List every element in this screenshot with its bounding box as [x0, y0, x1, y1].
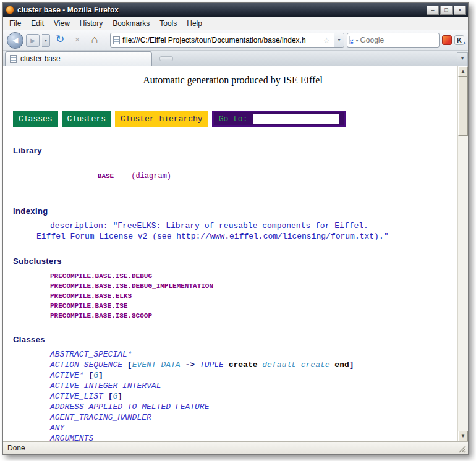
indexing-line-2: Eiffel Forum License v2 (see http://www.… — [36, 231, 457, 242]
class-list-item: AGENT_TRACING_HANDLER — [50, 412, 457, 423]
menu-bookmarks[interactable]: Bookmarks — [108, 18, 155, 29]
menu-history[interactable]: History — [75, 18, 108, 29]
scroll-down-icon[interactable]: ▼ — [458, 431, 468, 441]
goto-input[interactable] — [253, 114, 339, 124]
subcluster-item: PRECOMPILE.BASE.ISE.DEBUG_IMPLEMENTATION — [50, 281, 457, 290]
class-link[interactable]: ANY — [50, 423, 64, 433]
subcluster-item: PRECOMPILE.BASE.ISE — [50, 300, 457, 310]
stop-icon[interactable]: × — [70, 33, 85, 48]
subcluster-link[interactable]: PRECOMPILE.BASE.ISE.SCOOP — [50, 312, 152, 319]
class-link[interactable]: ACTION_SEQUENCE — [50, 360, 122, 370]
subcluster-link[interactable]: PRECOMPILE.BASE.ELKS — [50, 292, 132, 300]
class-link[interactable]: AGENT_TRACING_HANDLER — [50, 413, 151, 422]
feature-name: default_create — [262, 360, 329, 370]
title-bar[interactable]: cluster base - Mozilla Firefox – □ × — [3, 3, 468, 17]
indexing-heading: indexing — [13, 206, 457, 216]
generic-param: EVENT_DATA — [132, 360, 181, 370]
menu-view[interactable]: View — [49, 18, 75, 29]
forward-button[interactable]: ▶ — [26, 34, 40, 47]
tab-label: cluster base — [20, 54, 61, 63]
base-cluster-link[interactable]: BASE — [98, 172, 114, 180]
subcluster-item: PRECOMPILE.BASE.ELKS — [50, 290, 457, 300]
web-page: Automatic generation produced by ISE Eif… — [3, 66, 457, 441]
subcluster-link[interactable]: PRECOMPILE.BASE.ISE.DEBUG — [50, 273, 152, 280]
keyword-end: end — [330, 360, 349, 370]
minimize-button[interactable]: – — [427, 6, 439, 15]
diagram-link[interactable]: (diagram) — [131, 172, 171, 180]
class-list-item: ACTIVE_INTEGER_INTERVAL — [50, 381, 457, 391]
menu-file[interactable]: File — [4, 18, 26, 29]
subclusters-heading: Subclusters — [13, 256, 457, 266]
class-list-item: ADDRESS_APPLIED_TO_MELTED_FEATURE — [50, 402, 457, 412]
class-list-item: ARGUMENTS — [50, 433, 457, 441]
url-input[interactable] — [122, 36, 319, 44]
subcluster-link[interactable]: PRECOMPILE.BASE.ISE — [50, 302, 127, 310]
constraint-arrow: -> — [181, 360, 200, 370]
maximize-button[interactable]: □ — [440, 6, 453, 15]
classes-nav-button[interactable]: Classes — [13, 111, 58, 127]
bracket-close: ] — [117, 392, 122, 401]
page-banner: Automatic generation produced by ISE Eif… — [8, 75, 457, 86]
address-bar: ☆ ▾ — [110, 33, 344, 48]
class-list-item: ANY — [50, 423, 457, 433]
scrollbar-thumb[interactable] — [458, 77, 468, 136]
indexing-line-1: description: "FreeELKS: Library of reusa… — [50, 221, 457, 231]
library-heading: Library — [13, 146, 457, 155]
menu-bar: File Edit View History Bookmarks Tools H… — [3, 17, 468, 30]
class-list-item: ABSTRACT_SPECIAL* — [50, 349, 457, 360]
cluster-hierarchy-nav-button[interactable]: Cluster hierarchy — [115, 111, 208, 127]
generic-param: G — [93, 371, 98, 380]
class-link[interactable]: ACTIVE* — [50, 371, 84, 380]
classes-heading: Classes — [13, 335, 457, 344]
extension-icon-k[interactable]: K — [454, 35, 464, 45]
class-link[interactable]: ACTIVE_LIST — [50, 392, 103, 401]
class-list-item: ACTIVE* [G] — [50, 370, 457, 381]
url-dropdown-button[interactable]: ▾ — [334, 33, 344, 47]
goto-box: Go to: — [212, 111, 347, 127]
search-engine-dropdown[interactable]: ▾ — [356, 38, 359, 43]
tab-favicon — [10, 55, 17, 63]
goto-label: Go to: — [219, 114, 248, 124]
extension-icon-red[interactable] — [442, 35, 452, 45]
list-all-tabs-button[interactable]: ▾ — [457, 52, 468, 66]
firefox-icon[interactable] — [6, 6, 14, 14]
bracket-close: ] — [98, 371, 103, 380]
bracket-open: [ — [84, 371, 94, 380]
tab-strip-handle[interactable] — [159, 56, 173, 61]
subcluster-item: PRECOMPILE.BASE.ISE.SCOOP — [50, 310, 457, 320]
tab-cluster-base[interactable]: cluster base — [5, 51, 152, 66]
library-row: BASE(diagram) — [50, 160, 457, 192]
home-icon[interactable]: ⌂ — [87, 33, 102, 48]
search-bar: g ▾ — [347, 33, 440, 48]
browser-window: cluster base - Mozilla Firefox – □ × Fil… — [2, 2, 469, 455]
bookmark-star-icon[interactable]: ☆ — [321, 36, 331, 45]
class-list-item: ACTIVE_LIST [G] — [50, 391, 457, 402]
history-dropdown-button[interactable]: ▾ — [42, 34, 50, 47]
close-button[interactable]: × — [454, 6, 466, 15]
menu-edit[interactable]: Edit — [26, 18, 49, 29]
window-controls: – □ × — [427, 6, 466, 15]
class-link[interactable]: ARGUMENTS — [50, 434, 93, 441]
google-engine-icon[interactable]: g — [349, 36, 354, 44]
scroll-up-icon[interactable]: ▲ — [458, 66, 468, 77]
class-list-item: ACTION_SEQUENCE [EVENT_DATA -> TUPLE cre… — [50, 360, 457, 370]
clusters-nav-button[interactable]: Clusters — [62, 111, 111, 127]
class-link[interactable]: ACTIVE_INTEGER_INTERVAL — [50, 381, 161, 391]
bracket-open: [ — [103, 392, 113, 401]
content-area: Automatic generation produced by ISE Eif… — [3, 66, 468, 441]
vertical-scrollbar: ▲ ▼ — [457, 66, 468, 441]
reload-icon[interactable]: ↻ — [53, 33, 67, 48]
back-button[interactable]: ◀ — [7, 32, 23, 49]
resize-grip[interactable] — [458, 445, 467, 454]
class-link[interactable]: ABSTRACT_SPECIAL* — [50, 350, 132, 359]
keyword-create: create — [224, 360, 262, 370]
menu-tools[interactable]: Tools — [155, 18, 182, 29]
class-link[interactable]: TUPLE — [200, 360, 224, 370]
window-title: cluster base - Mozilla Firefox — [17, 6, 423, 14]
menu-help[interactable]: Help — [182, 18, 207, 29]
class-link[interactable]: ADDRESS_APPLIED_TO_MELTED_FEATURE — [50, 402, 209, 412]
page-favicon — [113, 36, 120, 44]
subcluster-link[interactable]: PRECOMPILE.BASE.ISE.DEBUG_IMPLEMENTATION — [50, 282, 213, 290]
tab-strip: cluster base ▾ — [3, 51, 468, 66]
scrollbar-track[interactable] — [458, 77, 468, 431]
